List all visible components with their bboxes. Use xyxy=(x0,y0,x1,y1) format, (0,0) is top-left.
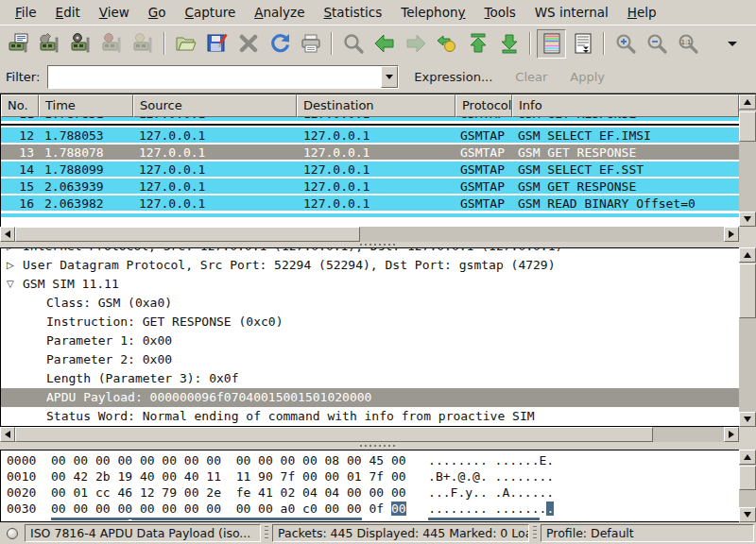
details-hscrollbar[interactable] xyxy=(0,427,739,442)
zoom-out-button[interactable] xyxy=(642,29,671,59)
go-to-packet-button[interactable] xyxy=(432,29,461,59)
menu-analyze[interactable]: Analyze xyxy=(245,2,314,23)
detail-line[interactable]: APDU Payload: 000000096f0704001500150102… xyxy=(1,388,739,407)
capture-options-button[interactable] xyxy=(35,29,64,59)
packet-row-14[interactable]: 141.788099127.0.0.1127.0.0.1GSMTAPGSM SE… xyxy=(1,162,739,178)
go-back-button[interactable] xyxy=(369,29,399,59)
menu-edit[interactable]: Edit xyxy=(46,2,90,23)
scroll-down-button[interactable] xyxy=(739,212,756,227)
detail-line[interactable]: Instruction: GET RESPONSE (0xc0) xyxy=(1,313,739,332)
print-button[interactable] xyxy=(296,29,325,59)
expanded-triangle-icon[interactable]: ▽ xyxy=(7,275,14,294)
auto-scroll-button[interactable] xyxy=(568,29,597,59)
scroll-down-button[interactable] xyxy=(739,412,756,427)
menu-ws-internal[interactable]: WS internal xyxy=(525,2,618,23)
menu-go[interactable]: Go xyxy=(139,2,176,23)
collapsed-triangle-icon[interactable]: ▷ xyxy=(7,256,14,275)
go-to-top-button[interactable] xyxy=(463,29,492,59)
toolbar-overflow-button[interactable] xyxy=(717,29,747,59)
scroll-left-button[interactable] xyxy=(0,427,15,442)
expert-info-button[interactable] xyxy=(4,525,21,542)
column-header-time[interactable]: Time xyxy=(39,94,133,117)
column-header-destination[interactable]: Destination xyxy=(297,94,455,117)
scroll-down-button[interactable] xyxy=(739,507,756,522)
cell-source: 127.0.0.1 xyxy=(133,117,297,121)
scroll-track[interactable] xyxy=(739,263,756,412)
scroll-thumb[interactable] xyxy=(739,264,756,318)
hex-row-0040[interactable]: 0040 00 00 09 6f 07 04 00 15 00 15 01 02… xyxy=(7,517,739,520)
clear-button[interactable]: Clear xyxy=(507,66,555,88)
status-profile[interactable]: Profile: Default xyxy=(541,524,754,542)
hex-row-0010[interactable]: 0010 00 42 2b 19 40 00 40 11 11 90 7f 00… xyxy=(7,468,739,484)
column-header-info[interactable]: Info xyxy=(512,94,739,117)
detail-line[interactable]: ▷Internet Protocol, Src: 127.0.0.1 (127.… xyxy=(1,248,739,256)
menu-tools[interactable]: Tools xyxy=(474,2,524,23)
find-packet-button[interactable] xyxy=(338,29,368,59)
zoom-in-button[interactable] xyxy=(610,29,640,59)
restart-capture-button[interactable] xyxy=(129,29,158,59)
scroll-up-button[interactable] xyxy=(739,450,756,465)
scroll-thumb[interactable] xyxy=(739,466,756,490)
scroll-right-button[interactable] xyxy=(724,427,739,442)
menu-help[interactable]: Help xyxy=(618,2,666,23)
detail-line[interactable]: Parameter 1: 0x00 xyxy=(1,332,739,350)
menu-telephony[interactable]: Telephony xyxy=(391,2,474,23)
partial-packet-row[interactable]: 111.787851127.0.0.1127.0.0.1GSMTAPGSM GE… xyxy=(1,117,739,124)
column-header-source[interactable]: Source xyxy=(133,94,297,117)
close-file-button[interactable] xyxy=(233,29,263,59)
detail-line[interactable]: ▷User Datagram Protocol, Src Port: 52294… xyxy=(1,256,739,275)
hex-row-0020[interactable]: 0020 00 01 cc 46 12 79 00 2e fe 41 02 04… xyxy=(7,484,739,501)
packet-list-hscrollbar[interactable] xyxy=(0,227,739,242)
packet-row-11[interactable]: 111.787851127.0.0.1127.0.0.1GSMTAPGSM GE… xyxy=(1,117,739,123)
expression-button[interactable]: Expression... xyxy=(406,66,500,88)
menu-statistics[interactable]: Statistics xyxy=(314,2,391,23)
scroll-thumb[interactable] xyxy=(15,427,653,442)
cell-destination: 127.0.0.1 xyxy=(297,196,455,211)
column-header-protocol[interactable]: Protocol xyxy=(455,94,512,117)
detail-line[interactable]: Parameter 2: 0x00 xyxy=(1,350,739,369)
scroll-track[interactable] xyxy=(15,227,724,242)
column-header-no[interactable]: No. xyxy=(1,94,39,117)
filter-dropdown-button[interactable] xyxy=(381,66,398,88)
scroll-up-button[interactable] xyxy=(739,247,756,263)
open-file-button[interactable] xyxy=(171,29,200,59)
collapsed-triangle-icon[interactable]: ▷ xyxy=(7,248,14,256)
go-forward-button[interactable] xyxy=(401,29,430,59)
scroll-thumb[interactable] xyxy=(739,111,756,142)
menu-view[interactable]: View xyxy=(90,2,139,23)
detail-line[interactable]: Length (Parameter 3): 0x0f xyxy=(1,369,739,388)
hex-row-0030[interactable]: 0030 00 00 00 00 00 00 00 00 00 00 a0 c0… xyxy=(7,501,739,517)
menu-capture[interactable]: Capture xyxy=(176,2,246,23)
packet-row-16[interactable]: 162.063982127.0.0.1127.0.0.1GSMTAPGSM RE… xyxy=(1,196,739,212)
packet-row-15[interactable]: 152.063939127.0.0.1127.0.0.1GSMTAPGSM GE… xyxy=(1,178,739,196)
scroll-thumb[interactable] xyxy=(15,227,360,242)
pane-splitter-2[interactable] xyxy=(0,442,756,450)
packet-row-13[interactable]: 131.788078127.0.0.1127.0.0.1GSMTAPGSM GE… xyxy=(1,144,739,162)
filter-input[interactable] xyxy=(48,66,381,88)
details-vscrollbar[interactable] xyxy=(739,247,756,427)
zoom-100-button[interactable]: 1:1 xyxy=(673,29,702,59)
packet-row-12[interactable]: 121.788053127.0.0.1127.0.0.1GSMTAPGSM SE… xyxy=(1,128,739,144)
detail-line[interactable]: ▽GSM SIM 11.11 xyxy=(1,275,739,294)
start-capture-button[interactable] xyxy=(66,29,95,59)
scroll-left-button[interactable] xyxy=(0,227,15,242)
partial-packet-row-bottom[interactable] xyxy=(1,212,739,217)
hex-row-0000[interactable]: 0000 00 00 00 00 00 00 00 00 00 00 00 00… xyxy=(7,452,739,468)
go-to-bottom-button[interactable] xyxy=(494,29,524,59)
scroll-track[interactable] xyxy=(15,427,724,442)
hex-vscrollbar[interactable] xyxy=(739,450,756,522)
scroll-up-button[interactable] xyxy=(739,94,756,110)
scroll-track[interactable] xyxy=(739,465,756,507)
list-interfaces-button[interactable] xyxy=(4,29,33,59)
menu-file[interactable]: File xyxy=(6,2,46,23)
colorize-button[interactable] xyxy=(537,29,566,59)
packet-list-vscrollbar[interactable] xyxy=(739,94,756,227)
save-file-button[interactable] xyxy=(202,29,232,59)
reload-file-button[interactable] xyxy=(265,29,294,59)
stop-capture-button[interactable] xyxy=(97,29,127,59)
detail-line[interactable]: Class: GSM (0xa0) xyxy=(1,294,739,313)
detail-line[interactable]: Status Word: Normal ending of command wi… xyxy=(1,407,739,426)
scroll-right-button[interactable] xyxy=(724,227,739,242)
scroll-track[interactable] xyxy=(739,110,756,212)
apply-button[interactable]: Apply xyxy=(562,66,612,88)
